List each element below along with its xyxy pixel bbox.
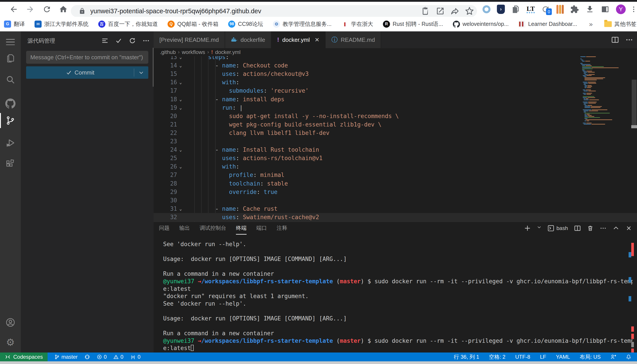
bookmark-item[interactable]: 98CC98论坛	[228, 20, 263, 28]
bookmark-star-icon[interactable]	[465, 7, 474, 16]
shield-extension-icon[interactable]: ›	[497, 5, 505, 14]
forward-icon[interactable]	[26, 5, 35, 14]
bookmark-item[interactable]: G翻译	[4, 20, 25, 28]
status-ports-count[interactable]: 0	[130, 354, 141, 360]
fold-chevron-icon[interactable]: ⌄	[179, 146, 186, 154]
code-line[interactable]: override: true	[194, 188, 277, 196]
breadcrumb-item[interactable]: .github	[160, 49, 176, 55]
breadcrumb[interactable]: .github›workflows›!docker.yml	[154, 48, 637, 56]
code-line[interactable]: toolchain: stable	[194, 179, 288, 188]
maximize-panel-icon[interactable]	[613, 225, 619, 232]
code-line[interactable]: uses: Swatinem/rust-cache@v2	[194, 213, 319, 221]
fold-chevron-icon[interactable]: ⌄	[179, 78, 186, 86]
fold-chevron-icon[interactable]: ⌄	[179, 104, 186, 112]
breadcrumb-item[interactable]: workflows	[182, 49, 205, 55]
activity-item-github[interactable]	[0, 95, 21, 112]
status-language-mode[interactable]: YAML	[556, 354, 570, 360]
remote-indicator[interactable]: Codespaces	[0, 352, 48, 361]
status-indentation[interactable]: 空格: 2	[489, 354, 506, 360]
editor-tab-docker-yml[interactable]: !docker.yml✕	[271, 32, 326, 48]
refresh-repo-icon[interactable]	[129, 37, 136, 44]
activity-item-menu[interactable]	[0, 33, 21, 51]
ring-extension-icon[interactable]	[483, 5, 490, 13]
status-branch-indicator[interactable]: master	[54, 354, 78, 360]
code-line[interactable]: wget pkg-config build-essential zlib1g-d…	[194, 120, 381, 129]
code-line[interactable]: - name: Checkout code	[194, 61, 288, 70]
panel-tab-输出[interactable]: 输出	[179, 222, 190, 235]
bookmark-item[interactable]: RRust 招聘 - Rust语...	[383, 20, 443, 28]
activity-item-source-control[interactable]	[0, 112, 21, 129]
status-sync-status[interactable]	[84, 354, 90, 360]
home-icon[interactable]	[59, 5, 68, 14]
status-notifications[interactable]	[626, 354, 631, 360]
commit-message-input[interactable]	[26, 51, 148, 64]
back-icon[interactable]	[9, 5, 18, 14]
split-terminal-icon[interactable]	[574, 225, 581, 232]
status-error-count[interactable]: 0	[97, 354, 107, 360]
activity-item-extensions[interactable]	[0, 155, 21, 172]
split-editor-icon[interactable]	[611, 36, 619, 44]
fold-chevron-icon[interactable]: ⌄	[179, 61, 186, 70]
code-line[interactable]: clang llvm libelf1 libelf-dev	[194, 129, 330, 137]
status-keyboard-layout[interactable]: 布局: US	[580, 354, 601, 360]
panel-tab-终端[interactable]: 终端	[236, 222, 246, 235]
side-panel-icon[interactable]	[601, 5, 609, 14]
code-line[interactable]: - name: install deps	[194, 95, 284, 104]
close-tab-icon[interactable]: ✕	[315, 36, 320, 43]
status-cursor-position[interactable]: 行 36, 列 1	[454, 354, 479, 360]
editor-tab--preview-readme-md[interactable]: [Preview] README.md	[154, 32, 225, 48]
code-line[interactable]: with:	[194, 78, 239, 86]
new-terminal-icon[interactable]	[524, 225, 531, 232]
panel-tab-注释[interactable]: 注释	[277, 222, 287, 235]
panel-tab-调试控制台[interactable]: 调试控制台	[200, 222, 226, 235]
more-actions-icon[interactable]	[143, 37, 150, 44]
bookmark-item[interactable]: QQQ邮箱 - 收件箱	[168, 20, 218, 28]
commit-check-icon[interactable]	[115, 37, 122, 44]
activity-item-search[interactable]	[0, 71, 21, 88]
terminal-output[interactable]: See 'docker run --help'.Usage: docker ru…	[154, 236, 637, 352]
code-line[interactable]: with:	[194, 162, 239, 171]
code-line[interactable]: uses: actions-rs/toolchain@v1	[194, 154, 323, 162]
status-feedback[interactable]	[610, 354, 616, 360]
bookmark-item[interactable]: 百百度一下，你就知道	[98, 20, 158, 28]
tab-sync-icon[interactable]: 0	[541, 5, 550, 14]
address-bar[interactable]: yunwei37-potential-space-trout-rpr5qwj66…	[71, 5, 477, 17]
close-panel-icon[interactable]	[625, 225, 632, 232]
commit-button[interactable]: Commit	[26, 66, 148, 79]
bookmark-item[interactable]: weloveinterns/op...	[453, 20, 509, 28]
breadcrumb-item[interactable]: docker.yml	[215, 49, 241, 55]
browser-menu-icon[interactable]	[632, 5, 635, 14]
kill-terminal-icon[interactable]	[587, 225, 594, 232]
profile-avatar[interactable]: Y	[616, 4, 626, 14]
terminal-selector[interactable]: bash	[548, 225, 568, 232]
downloads-icon[interactable]	[585, 5, 594, 14]
activity-item-settings[interactable]: ⚙	[0, 334, 21, 351]
code-line[interactable]: profile: minimal	[194, 171, 284, 179]
puzzle-extensions-icon[interactable]	[570, 5, 579, 14]
code-line[interactable]: - name: Cache rust	[194, 204, 277, 213]
status-warning-count[interactable]: 0	[113, 354, 123, 360]
bookmarks-overflow-chevron[interactable]: »	[589, 20, 593, 28]
activity-item-explorer[interactable]	[0, 49, 21, 67]
view-and-sort-icon[interactable]	[101, 37, 108, 44]
editor-more-actions-icon[interactable]	[625, 36, 633, 44]
bookmark-item[interactable]: ✉浙江大学邮件系统	[35, 20, 89, 28]
fold-chevron-icon[interactable]: ⌄	[179, 95, 186, 104]
code-editor[interactable]: 13⌄ steps:14⌄ - name: Checkout code15 us…	[154, 32, 637, 222]
fold-chevron-icon[interactable]: ⌄	[179, 162, 186, 171]
panel-tab-端口[interactable]: 端口	[256, 222, 267, 235]
code-line[interactable]: run: |	[194, 104, 243, 112]
code-line[interactable]: uses: actions/checkout@v3	[194, 70, 309, 78]
panel-more-actions-icon[interactable]	[600, 225, 606, 232]
code-line[interactable]: - name: Install Rust toolchain	[194, 146, 319, 154]
editor-tab-dockerfile[interactable]: dockerfile	[225, 32, 271, 48]
commit-dropdown-chevron[interactable]	[134, 70, 148, 75]
code-line[interactable]: sudo apt-get install -y --no-install-rec…	[194, 112, 399, 120]
code-line[interactable]: submodules: 'recursive'	[194, 86, 309, 95]
activity-item-account[interactable]	[0, 314, 21, 331]
crayons-extension-icon[interactable]	[556, 5, 564, 14]
bookmark-item[interactable]: ❚学在浙大	[341, 20, 373, 28]
status-eol[interactable]: LF	[540, 354, 546, 360]
other-bookmarks[interactable]: 其他书签	[604, 20, 636, 28]
editor-tab-readme-md[interactable]: ⓘREADME.md	[326, 32, 381, 48]
